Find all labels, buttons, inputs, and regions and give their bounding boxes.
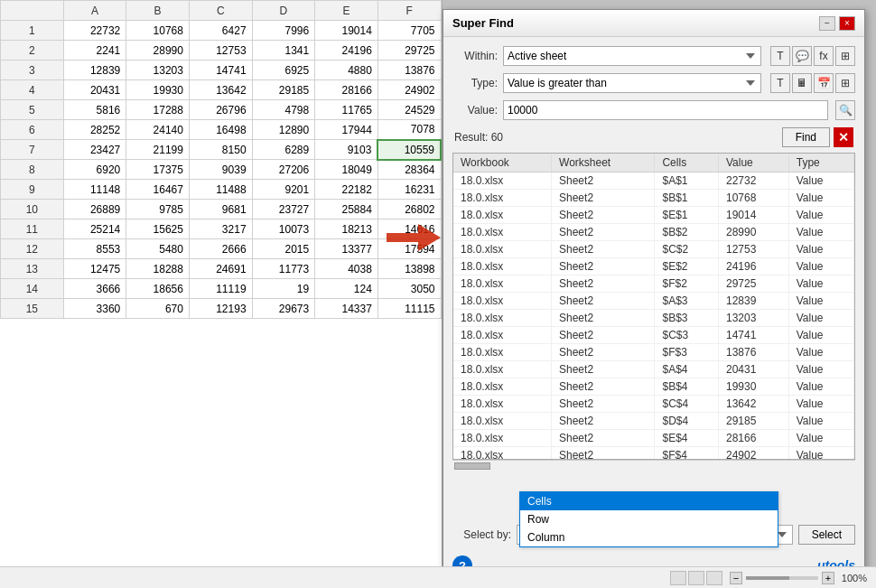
cell[interactable]: 16231 — [377, 180, 441, 200]
cell[interactable]: 23427 — [63, 140, 126, 160]
cell[interactable]: 9039 — [189, 160, 252, 180]
cell[interactable]: 3217 — [189, 219, 252, 239]
cell[interactable]: 17944 — [315, 120, 378, 140]
cell[interactable]: 13876 — [377, 61, 441, 80]
cell[interactable]: 13377 — [315, 239, 378, 259]
cell[interactable]: 26796 — [189, 100, 252, 120]
results-row[interactable]: 18.0.xlsxSheet2$F$424902Value — [453, 447, 854, 461]
value-input[interactable] — [503, 100, 828, 120]
cell[interactable]: 3050 — [377, 279, 441, 299]
cell[interactable]: 9681 — [189, 200, 252, 219]
cell[interactable]: 7996 — [252, 21, 315, 41]
select-by-dropdown[interactable]: Cells Row Column — [519, 491, 778, 547]
type-grid2-icon[interactable]: ⊞ — [835, 73, 855, 93]
cell[interactable]: 24902 — [377, 80, 441, 100]
cell[interactable]: 2666 — [189, 239, 252, 259]
results-row[interactable]: 18.0.xlsxSheet2$A$420431Value — [453, 361, 854, 378]
cell[interactable]: 15625 — [126, 219, 190, 239]
grid-icon[interactable]: ⊞ — [835, 46, 855, 66]
cell[interactable]: 10559 — [377, 140, 441, 160]
cell[interactable]: 8150 — [189, 140, 252, 160]
cell[interactable]: 11115 — [377, 299, 441, 319]
cell[interactable]: 6289 — [252, 140, 315, 160]
dialog-close-btn[interactable]: × — [839, 16, 855, 31]
cell[interactable]: 18049 — [315, 160, 378, 180]
cell[interactable]: 29673 — [252, 299, 315, 319]
cell[interactable]: 11765 — [315, 100, 378, 120]
results-row[interactable]: 18.0.xlsxSheet2$C$413642Value — [453, 396, 854, 413]
cell[interactable]: 24691 — [189, 259, 252, 279]
cell[interactable]: 124 — [315, 279, 378, 299]
horizontal-scrollbar[interactable] — [452, 460, 855, 471]
cell[interactable]: 10768 — [126, 21, 190, 41]
cell[interactable]: 10073 — [252, 219, 315, 239]
dropdown-option-row[interactable]: Row — [520, 510, 778, 528]
cell[interactable]: 17375 — [126, 160, 190, 180]
select-button[interactable]: Select — [798, 525, 855, 545]
close-results-btn[interactable]: ✕ — [834, 127, 853, 147]
results-row[interactable]: 18.0.xlsxSheet2$A$122732Value — [453, 173, 854, 190]
results-row[interactable]: 18.0.xlsxSheet2$D$429185Value — [453, 413, 854, 430]
results-row[interactable]: 18.0.xlsxSheet2$C$212753Value — [453, 241, 854, 258]
cell[interactable]: 20431 — [63, 80, 126, 100]
cell[interactable]: 17288 — [126, 100, 190, 120]
cell[interactable]: 2241 — [63, 41, 126, 61]
cell[interactable]: 6925 — [252, 61, 315, 80]
cell[interactable]: 5480 — [126, 239, 190, 259]
results-row[interactable]: 18.0.xlsxSheet2$E$224196Value — [453, 258, 854, 275]
cell[interactable]: 19 — [252, 279, 315, 299]
cell[interactable]: 27206 — [252, 160, 315, 180]
dialog-minimize-btn[interactable]: − — [819, 16, 835, 31]
cell[interactable]: 7078 — [377, 120, 441, 140]
cell[interactable]: 9201 — [252, 180, 315, 200]
cell[interactable]: 14741 — [189, 61, 252, 80]
cell[interactable]: 29725 — [377, 41, 441, 61]
cell[interactable]: 13642 — [189, 80, 252, 100]
cell[interactable]: 1341 — [252, 41, 315, 61]
type-calc-icon[interactable]: 🖩 — [792, 73, 812, 93]
cell[interactable]: 29185 — [252, 80, 315, 100]
cell[interactable]: 16467 — [126, 180, 190, 200]
cell[interactable]: 12475 — [63, 259, 126, 279]
cell[interactable]: 7705 — [377, 21, 441, 41]
cell[interactable]: 24140 — [126, 120, 190, 140]
cell[interactable]: 28990 — [126, 41, 190, 61]
cell[interactable]: 12890 — [252, 120, 315, 140]
results-row[interactable]: 18.0.xlsxSheet2$B$228990Value — [453, 224, 854, 241]
type-select[interactable]: Value is greater than Value is less than… — [503, 73, 761, 93]
cell[interactable]: 2015 — [252, 239, 315, 259]
cell[interactable]: 16498 — [189, 120, 252, 140]
within-select[interactable]: Active sheet Workbook — [503, 46, 761, 66]
type-date-icon[interactable]: 📅 — [814, 73, 834, 93]
zoom-minus-btn[interactable]: − — [730, 572, 742, 584]
cell[interactable]: 18213 — [315, 219, 378, 239]
cell[interactable]: 26889 — [63, 200, 126, 219]
cell[interactable]: 4880 — [315, 61, 378, 80]
cell[interactable]: 26802 — [377, 200, 441, 219]
find-button[interactable]: Find — [782, 127, 830, 147]
cell[interactable]: 18656 — [126, 279, 190, 299]
value-pick-icon[interactable]: 🔍 — [835, 100, 855, 120]
cell[interactable]: 8553 — [63, 239, 126, 259]
cell[interactable]: 11773 — [252, 259, 315, 279]
cell[interactable]: 6920 — [63, 160, 126, 180]
results-row[interactable]: 18.0.xlsxSheet2$C$314741Value — [453, 327, 854, 344]
cell[interactable]: 13203 — [126, 61, 190, 80]
results-row[interactable]: 18.0.xlsxSheet2$B$419930Value — [453, 378, 854, 396]
cell[interactable]: 28364 — [377, 160, 441, 180]
dropdown-option-column[interactable]: Column — [520, 528, 778, 546]
results-row[interactable]: 18.0.xlsxSheet2$F$229725Value — [453, 275, 854, 293]
cell[interactable]: 9785 — [126, 200, 190, 219]
cell[interactable]: 6427 — [189, 21, 252, 41]
cell[interactable]: 3360 — [63, 299, 126, 319]
cell[interactable]: 25884 — [315, 200, 378, 219]
cell[interactable]: 4798 — [252, 100, 315, 120]
cell[interactable]: 18288 — [126, 259, 190, 279]
cell[interactable]: 22182 — [315, 180, 378, 200]
cell[interactable]: 24196 — [315, 41, 378, 61]
zoom-plus-btn[interactable]: + — [822, 572, 834, 584]
comment-icon[interactable]: 💬 — [792, 46, 812, 66]
formula-icon[interactable]: fx — [814, 46, 834, 66]
cell[interactable]: 3666 — [63, 279, 126, 299]
results-row[interactable]: 18.0.xlsxSheet2$B$313203Value — [453, 310, 854, 327]
